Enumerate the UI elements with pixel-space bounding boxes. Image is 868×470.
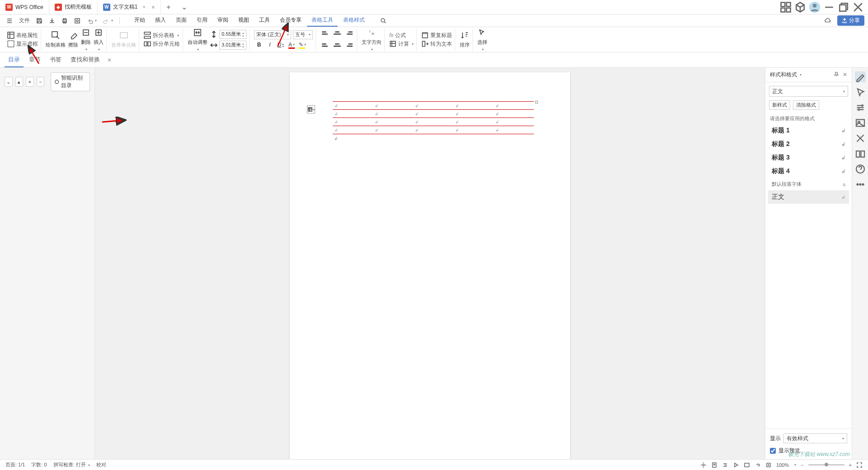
current-style-select[interactable]: 正文▾ [769, 86, 848, 97]
show-filter-select[interactable]: 有效样式▾ [783, 433, 847, 443]
menu-tab-7[interactable]: 会员专享 [275, 14, 306, 27]
print-icon[interactable] [59, 16, 71, 26]
autofit-button[interactable]: 自动调整▾ [188, 28, 208, 52]
redo-button[interactable]: ▾ [100, 16, 116, 26]
row-height-input[interactable]: 0.55厘米▴▾ [219, 30, 246, 39]
zoom-level[interactable]: 100% [776, 462, 789, 468]
preview-icon[interactable] [71, 16, 83, 26]
cloud-icon[interactable] [822, 16, 834, 26]
menu-tab-0[interactable]: 开始 [130, 14, 150, 27]
move-up-button[interactable]: ▴ [15, 77, 24, 87]
export-icon[interactable] [46, 16, 58, 26]
calc-button[interactable]: 计算▾ [389, 40, 414, 48]
fullscreen-icon[interactable] [856, 462, 863, 468]
view-read-icon[interactable] [733, 462, 739, 468]
close-panel-icon[interactable]: ✕ [843, 71, 847, 78]
align-top-left-icon[interactable] [321, 30, 330, 39]
smart-recognize-button[interactable]: 智能识别目录 [51, 72, 90, 91]
menu-tab-9[interactable]: 表格样式 [339, 14, 369, 27]
add-tab-button[interactable]: + [161, 3, 176, 11]
style-item-4[interactable]: 默认段落字体a [768, 178, 849, 190]
fit-icon[interactable] [765, 462, 772, 468]
nav-close-button[interactable]: ✕ [107, 57, 112, 63]
bold-button[interactable]: B [254, 40, 264, 49]
undo-button[interactable]: ▾ [84, 16, 99, 26]
zoom-in-button[interactable]: + [849, 462, 852, 468]
style-item-1[interactable]: 标题 2↲ [768, 137, 849, 151]
style-item-3[interactable]: 标题 4↲ [768, 164, 849, 178]
menu-tab-5[interactable]: 视图 [234, 14, 254, 27]
view-page-icon[interactable] [711, 462, 717, 468]
new-style-button[interactable]: 新样式 [769, 100, 790, 110]
italic-button[interactable]: I [265, 40, 275, 49]
zoom-out-button[interactable]: − [801, 462, 803, 468]
minimize-button[interactable] [823, 1, 835, 14]
file-menu[interactable]: 文件 [16, 15, 33, 26]
read-icon[interactable] [855, 148, 866, 159]
spell-check-status[interactable]: 拼写检查: 打开 ▾ [53, 461, 90, 468]
menu-tab-2[interactable]: 页面 [171, 14, 191, 27]
vertical-scrollbar[interactable] [759, 68, 765, 459]
menu-tab-4[interactable]: 审阅 [213, 14, 233, 27]
split-table-button[interactable]: 拆分表格▾ [144, 32, 180, 39]
more-icon[interactable] [855, 179, 866, 190]
nav-tab-0[interactable]: 目录 [5, 53, 24, 67]
style-item-5[interactable]: 正文↲ [768, 190, 849, 204]
nav-tab-2[interactable]: 书签 [46, 53, 65, 67]
align-mid-center-icon[interactable] [332, 40, 342, 49]
link-icon[interactable] [755, 462, 761, 468]
table-cell[interactable]: ↲ [333, 102, 373, 110]
tab-document[interactable]: W 文字文稿1 • × [98, 0, 161, 14]
document-area[interactable]: ▾ ↲↲↲↲↲ ↲↲↲↲↲ ↲↲↲↲↲ ↲↲↲↲↲ ↲ [95, 68, 765, 459]
search-icon[interactable] [377, 16, 389, 26]
tab-dropdown[interactable]: ⌄ [176, 3, 193, 11]
cube-icon[interactable] [794, 1, 807, 14]
document-table[interactable]: ↲↲↲↲↲ ↲↲↲↲↲ ↲↲↲↲↲ ↲↲↲↲↲ [333, 101, 534, 134]
share-button[interactable]: 分享 [837, 15, 864, 26]
zoom-slider[interactable] [808, 464, 844, 465]
word-count[interactable]: 字数: 0 [31, 461, 47, 468]
table-resize-handle[interactable] [535, 101, 538, 103]
delete-button[interactable]: 删除▾ [81, 28, 91, 52]
tools-icon[interactable] [855, 133, 866, 144]
erase-button[interactable]: 擦除 [68, 31, 78, 48]
select-button[interactable]: 选择▾ [477, 28, 487, 52]
merge-cells-button[interactable]: 合并单元格 [111, 31, 136, 48]
preview-checkbox-input[interactable] [770, 448, 776, 454]
help-icon[interactable] [855, 164, 866, 174]
to-text-button[interactable]: 转为文本 [421, 40, 452, 48]
show-border-button[interactable]: 显示虚框 [7, 40, 38, 48]
document-page[interactable]: ▾ ↲↲↲↲↲ ↲↲↲↲↲ ↲↲↲↲↲ ↲↲↲↲↲ ↲ [290, 72, 570, 459]
insert-button[interactable]: 插入▾ [94, 28, 104, 52]
formula-button[interactable]: fx公式 [389, 32, 414, 39]
image-icon[interactable] [855, 118, 866, 128]
align-top-right-icon[interactable] [344, 30, 354, 39]
menu-tab-6[interactable]: 工具 [255, 14, 274, 27]
maximize-button[interactable] [837, 1, 850, 14]
align-mid-right-icon[interactable] [344, 40, 354, 49]
highlight-button[interactable]: ✎▾ [297, 40, 307, 49]
text-direction-button[interactable]: IA 文字方向▾ [362, 28, 382, 52]
clear-format-button[interactable]: 清除格式 [793, 100, 819, 110]
expand-button[interactable]: + [26, 77, 34, 87]
table-properties-button[interactable]: 表格属性 [7, 32, 38, 39]
menu-tab-1[interactable]: 插入 [151, 14, 170, 27]
underline-button[interactable]: U▾ [276, 40, 286, 49]
edit-icon[interactable] [855, 71, 866, 82]
tab-wps[interactable]: W WPS Office [0, 0, 49, 14]
close-icon[interactable]: × [151, 4, 155, 11]
save-icon[interactable] [33, 16, 45, 26]
level-dropdown[interactable]: ⌄ [5, 77, 13, 87]
align-mid-left-icon[interactable] [321, 40, 330, 49]
font-family-select[interactable]: 宋体 (正文)▾ [254, 30, 291, 39]
settings-icon[interactable] [855, 102, 866, 113]
split-cells-button[interactable]: 拆分单元格 [144, 40, 180, 48]
tab-template[interactable]: ◆ 找稻壳模板 [49, 0, 98, 14]
style-item-2[interactable]: 标题 3↲ [768, 151, 849, 164]
sort-button[interactable]: 排序 [460, 31, 470, 48]
col-width-input[interactable]: 3.01厘米▴▾ [219, 41, 246, 50]
proof-status[interactable]: 校对 [96, 461, 106, 468]
repeat-header-button[interactable]: 重复标题 [421, 32, 452, 39]
style-item-0[interactable]: 标题 1↲ [768, 124, 849, 137]
view-outline-icon[interactable] [722, 462, 728, 468]
